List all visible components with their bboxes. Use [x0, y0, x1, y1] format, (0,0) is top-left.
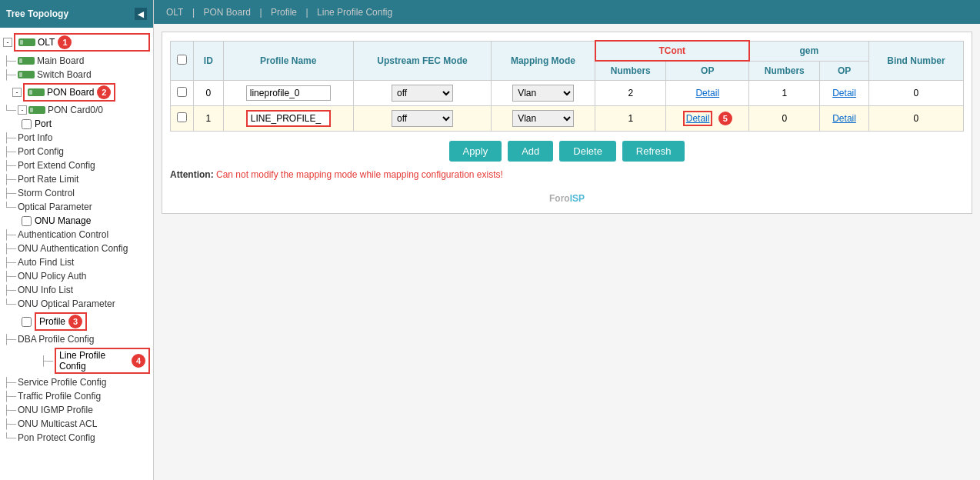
- main-board-row[interactable]: ├─ Main Board: [0, 54, 153, 68]
- row1-bind-number: 0: [868, 106, 963, 132]
- traffic-profile-config-label: Traffic Profile Config: [18, 391, 101, 402]
- row0-gem-detail-link[interactable]: Detail: [832, 88, 856, 98]
- onu-auth-config-row[interactable]: ├─ ONU Authentication Config: [0, 242, 153, 255]
- traffic-profile-config-row[interactable]: ├─ Traffic Profile Config: [0, 389, 153, 403]
- port-rate-limit-label: Port Rate Limit: [18, 174, 78, 185]
- pon-board-item[interactable]: PON Board 2: [23, 83, 115, 102]
- row1-gem-numbers: 0: [749, 106, 820, 132]
- dba-profile-config-row[interactable]: ├─ DBA Profile Config: [0, 332, 153, 346]
- pon-card-row[interactable]: └─ - PON Card0/0: [0, 103, 153, 117]
- onu-auth-config-label: ONU Authentication Config: [18, 243, 128, 254]
- dash16: ├─: [3, 391, 16, 402]
- service-profile-config-label: Service Profile Config: [18, 377, 106, 388]
- switch-board-label: Switch Board: [37, 69, 92, 80]
- profile-section: Profile 3: [0, 311, 153, 332]
- port-config-label: Port Config: [18, 146, 64, 157]
- watermark: ForoISP: [170, 188, 964, 205]
- sidebar-collapse-btn[interactable]: ◀: [135, 8, 147, 20]
- breadcrumb-sep3: |: [306, 7, 311, 18]
- onu-info-list-row[interactable]: ├─ ONU Info List: [0, 283, 153, 297]
- attention-prefix: Attention:: [170, 169, 214, 180]
- dash11: ├─: [3, 285, 16, 295]
- th-tcont: TCont: [595, 41, 749, 61]
- content-panel: ID Profile Name Upstream FEC Mode Mappin…: [162, 32, 972, 214]
- olt-icon: [18, 38, 35, 46]
- row0-checkbox[interactable]: [177, 87, 187, 97]
- onu-manage-checkbox[interactable]: [22, 216, 32, 226]
- onu-multicast-acl-row[interactable]: ├─ ONU Multicast ACL: [0, 417, 153, 431]
- auth-control-row[interactable]: ├─ Authentication Control: [0, 228, 153, 242]
- row0-checkbox-cell: [171, 81, 194, 106]
- pon-board-label: PON Board: [47, 87, 94, 98]
- apply-button[interactable]: Apply: [449, 141, 502, 162]
- port-rate-limit-row[interactable]: ├─ Port Rate Limit: [0, 172, 153, 186]
- onu-igmp-profile-row[interactable]: ├─ ONU IGMP Profile: [0, 403, 153, 417]
- breadcrumb-pon-board[interactable]: PON Board: [204, 7, 251, 18]
- storm-control-row[interactable]: ├─ Storm Control: [0, 186, 153, 200]
- olt-item[interactable]: OLT 1: [14, 33, 150, 52]
- olt-expand[interactable]: -: [3, 38, 12, 47]
- dash15: ├─: [3, 377, 16, 388]
- main-board-icon: [18, 57, 35, 65]
- storm-control-label: Storm Control: [18, 188, 75, 198]
- th-tcont-numbers: Numbers: [595, 61, 666, 81]
- row0-tcont-detail-link[interactable]: Detail: [695, 88, 719, 98]
- pon-board-expand[interactable]: -: [12, 88, 22, 97]
- onu-optical-param-row[interactable]: └─ ONU Optical Parameter: [0, 297, 153, 311]
- optical-parameter-row[interactable]: └─ Optical Parameter: [0, 200, 153, 214]
- pon-card-expand[interactable]: -: [18, 105, 27, 115]
- add-button[interactable]: Add: [508, 141, 553, 162]
- attention-row: Attention: Can not modify the mapping mo…: [170, 169, 964, 180]
- port-checkbox[interactable]: [22, 119, 32, 129]
- row1-gem-detail-link[interactable]: Detail: [832, 113, 856, 124]
- port-info-label: Port Info: [18, 132, 52, 143]
- badge-4: 4: [132, 354, 145, 368]
- service-profile-config-row[interactable]: ├─ Service Profile Config: [0, 375, 153, 389]
- row1-checkbox-cell: [171, 106, 194, 132]
- onu-policy-auth-row[interactable]: ├─ ONU Policy Auth: [0, 269, 153, 283]
- row0-gem-numbers: 1: [749, 81, 820, 106]
- pon-protect-config-label: Pon Protect Config: [18, 432, 95, 443]
- line-connector2: ├─: [3, 69, 16, 80]
- row1-tcont-numbers: 1: [595, 106, 666, 132]
- row0-fec-mode-select[interactable]: off on: [392, 85, 453, 102]
- row0-mapping-mode-select[interactable]: Vlan GEM Port: [512, 85, 574, 102]
- line-profile-config-label: Line Profile Config: [59, 350, 128, 372]
- row1-profile-name-input[interactable]: [246, 110, 331, 127]
- row1-id: 1: [194, 106, 224, 132]
- sidebar-header: Tree Topology ◀: [0, 0, 153, 28]
- profile-item[interactable]: Profile 3: [35, 312, 87, 331]
- row0-profile-name-input[interactable]: [246, 85, 331, 101]
- row1-tcont-detail-link[interactable]: Detail: [683, 111, 713, 126]
- row1-fec-mode-select[interactable]: off on: [392, 110, 453, 127]
- pon-protect-config-row[interactable]: └─ Pon Protect Config: [0, 431, 153, 445]
- breadcrumb: OLT | PON Board | Profile | Line Profile…: [154, 0, 980, 24]
- port-extend-config-row[interactable]: ├─ Port Extend Config: [0, 158, 153, 172]
- line-profile-config-item[interactable]: Line Profile Config 4: [55, 348, 150, 374]
- delete-button[interactable]: Delete: [559, 141, 616, 162]
- auto-find-list-row[interactable]: ├─ Auto Find List: [0, 255, 153, 269]
- dba-profile-config-label: DBA Profile Config: [18, 334, 94, 345]
- th-id: ID: [194, 41, 224, 81]
- refresh-button[interactable]: Refresh: [622, 141, 685, 162]
- button-row: Apply Add Delete Refresh: [170, 141, 964, 162]
- dash6: └─: [3, 202, 16, 212]
- onu-multicast-acl-label: ONU Multicast ACL: [18, 418, 97, 429]
- port-label: Port: [35, 118, 52, 129]
- th-select-all: [171, 41, 194, 81]
- row1-checkbox[interactable]: [177, 112, 187, 122]
- onu-manage-label: ONU Manage: [35, 215, 91, 226]
- breadcrumb-profile[interactable]: Profile: [271, 7, 297, 18]
- row1-mapping-mode-select[interactable]: Vlan GEM Port: [512, 110, 574, 127]
- port-config-row[interactable]: ├─ Port Config: [0, 145, 153, 158]
- row1-mapping-mode-cell: Vlan GEM Port: [492, 106, 595, 132]
- line-profile-config-section: ├─ Line Profile Config 4: [0, 346, 153, 375]
- pon-board-icon: [28, 88, 45, 96]
- switch-board-row[interactable]: ├─ Switch Board: [0, 68, 153, 82]
- olt-row-wrapper: - OLT 1: [0, 31, 153, 54]
- port-info-row[interactable]: ├─ Port Info: [0, 131, 153, 145]
- profile-checkbox[interactable]: [22, 317, 32, 327]
- breadcrumb-line-profile-config[interactable]: Line Profile Config: [317, 7, 392, 18]
- breadcrumb-olt[interactable]: OLT: [166, 7, 183, 18]
- select-all-checkbox[interactable]: [177, 55, 187, 65]
